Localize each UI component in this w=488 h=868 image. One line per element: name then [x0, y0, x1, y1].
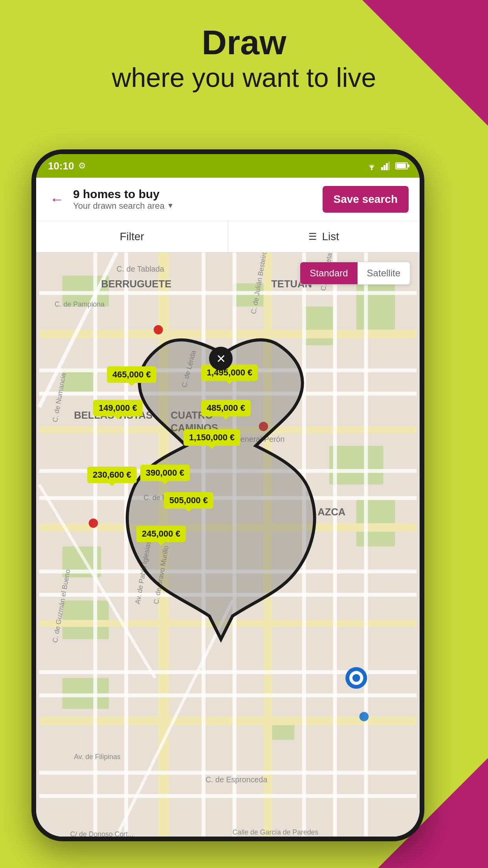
wifi-icon [366, 162, 377, 170]
settings-icon: ⚙ [78, 161, 86, 171]
signal-icon [381, 162, 390, 170]
save-search-button[interactable]: Save search [323, 186, 409, 213]
filter-label: Filter [120, 230, 144, 243]
svg-rect-24 [94, 252, 97, 837]
svg-rect-35 [39, 496, 416, 500]
back-button[interactable]: ← [47, 189, 67, 209]
svg-point-51 [352, 674, 360, 682]
phone-screen: 10:10 ⚙ [36, 154, 420, 837]
price-label-5[interactable]: 1,150,000 € [183, 429, 240, 446]
svg-rect-29 [333, 252, 337, 837]
main-title: Draw [0, 24, 488, 62]
svg-rect-39 [39, 693, 416, 697]
svg-point-47 [89, 519, 98, 528]
svg-text:C/ de Donoso Cort...: C/ de Donoso Cort... [70, 830, 133, 837]
svg-rect-11 [329, 446, 383, 484]
svg-text:C. de Pamplona: C. de Pamplona [55, 300, 105, 308]
status-time: 10:10 [48, 160, 74, 172]
phone-frame: 10:10 ⚙ [31, 149, 424, 841]
map-area[interactable]: C. de Tablada C. de Pamplona C. de Numan… [36, 252, 420, 837]
svg-text:Calle de García de Paredes: Calle de García de Paredes [233, 828, 319, 836]
list-icon: ☰ [308, 231, 317, 242]
homes-count: 9 homes to buy [73, 188, 316, 201]
svg-rect-25 [124, 252, 128, 837]
close-drawing-button[interactable]: ✕ [209, 347, 233, 370]
battery-icon [395, 162, 408, 169]
svg-point-48 [360, 712, 369, 721]
price-label-4[interactable]: 485,000 € [201, 400, 251, 416]
svg-rect-27 [233, 252, 237, 837]
svg-point-46 [259, 422, 268, 431]
svg-text:Av. de Filipinas: Av. de Filipinas [74, 753, 121, 761]
svg-rect-26 [202, 252, 205, 837]
price-label-9[interactable]: 245,000 € [136, 526, 186, 542]
svg-rect-30 [364, 252, 368, 837]
svg-rect-33 [39, 392, 416, 395]
svg-text:C. de Tablada: C. de Tablada [117, 265, 164, 273]
svg-point-45 [154, 325, 163, 335]
svg-rect-36 [39, 570, 416, 574]
svg-rect-3 [386, 163, 388, 170]
map-background: C. de Tablada C. de Pamplona C. de Numan… [36, 252, 420, 837]
price-label-3[interactable]: 149,000 € [93, 400, 143, 416]
price-label-6[interactable]: 230,600 € [87, 467, 137, 483]
header-section: Draw where you want to live [0, 24, 488, 94]
svg-rect-40 [39, 771, 416, 775]
satellite-view-button[interactable]: Satellite [358, 262, 410, 284]
svg-text:AZCA: AZCA [317, 506, 345, 517]
svg-rect-28 [302, 252, 306, 837]
app-header: ← 9 homes to buy Your drawn search area … [36, 178, 420, 221]
price-label-2[interactable]: 1,495,000 € [201, 364, 258, 381]
svg-text:BERRUGUETE: BERRUGUETE [101, 278, 171, 289]
standard-view-button[interactable]: Standard [300, 262, 357, 284]
tab-bar: Filter ☰ List [36, 221, 420, 252]
list-label: List [322, 230, 339, 243]
price-label-1[interactable]: 465,000 € [107, 366, 156, 383]
svg-rect-2 [383, 165, 385, 170]
tab-filter[interactable]: Filter [36, 221, 228, 252]
svg-rect-4 [388, 162, 390, 170]
svg-rect-9 [356, 283, 395, 330]
status-bar: 10:10 ⚙ [36, 154, 420, 178]
price-label-8[interactable]: 505,000 € [164, 492, 213, 509]
tab-list[interactable]: ☰ List [228, 221, 420, 252]
svg-rect-18 [264, 252, 272, 837]
svg-point-0 [371, 169, 372, 170]
dropdown-icon: ▼ [167, 202, 174, 210]
svg-rect-37 [39, 593, 416, 597]
back-arrow-icon: ← [50, 192, 64, 206]
status-icons [366, 162, 408, 170]
svg-rect-41 [39, 794, 416, 798]
price-label-7[interactable]: 390,000 € [140, 465, 190, 481]
svg-rect-8 [302, 307, 333, 345]
search-info: 9 homes to buy Your drawn search area ▼ [67, 188, 323, 211]
close-icon: ✕ [216, 352, 226, 366]
svg-rect-1 [381, 167, 383, 170]
svg-text:C. de Espronceda: C. de Espronceda [205, 775, 268, 784]
main-subtitle: where you want to live [0, 62, 488, 94]
search-area[interactable]: Your drawn search area ▼ [73, 201, 316, 211]
map-view-toggle: Standard Satellite [300, 262, 410, 285]
